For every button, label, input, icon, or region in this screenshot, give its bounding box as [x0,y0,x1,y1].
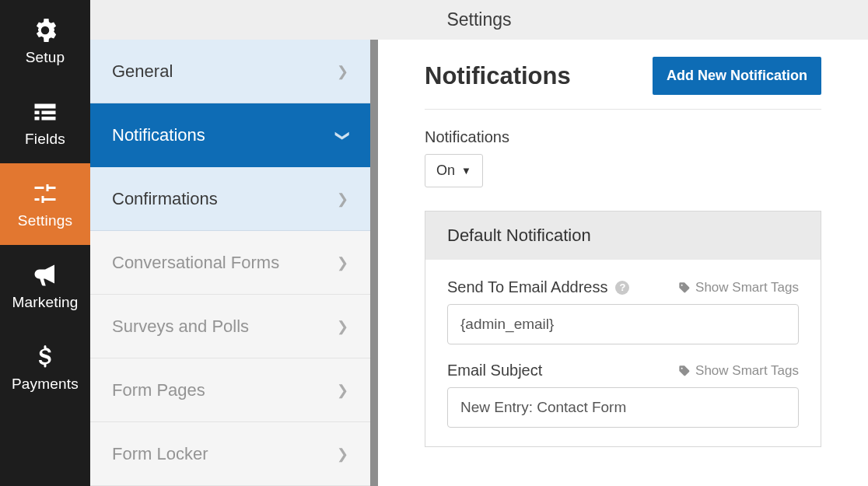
subnav-label: Conversational Forms [112,253,279,273]
main-column: Settings General ❯ Notifications ❯ Confi… [90,0,868,486]
chevron-down-icon: ▼ [461,165,471,177]
subnav-confirmations[interactable]: Confirmations ❯ [90,167,370,231]
subnav-label: General [112,61,173,82]
tag-icon [678,281,691,294]
card-body: Send To Email Address ? Show Smart Tags [425,260,821,446]
subnav-label: Surveys and Polls [112,316,249,337]
subnav-label: Form Pages [112,380,205,400]
chevron-right-icon: ❯ [337,382,348,399]
chevron-right-icon: ❯ [337,63,348,80]
subnav-label: Form Locker [112,444,208,464]
nav-setup[interactable]: Setup [0,0,90,82]
subnav-notifications[interactable]: Notifications ❯ [90,103,370,167]
subnav-form-pages[interactable]: Form Pages ❯ [90,358,370,422]
toggle-value: On [436,163,455,179]
subnav-label: Confirmations [112,189,218,209]
nav-label: Setup [26,49,65,66]
subject-row: Email Subject Show Smart Tags [447,362,799,428]
add-notification-button[interactable]: Add New Notification [653,57,821,95]
subject-input[interactable] [447,387,799,428]
primary-nav: Setup Fields Settings Marketing Payments [0,0,90,486]
subnav-label: Notifications [112,125,205,145]
card-title: Default Notification [425,212,821,260]
bullhorn-icon [31,261,59,289]
label-text: Send To Email Address [447,278,607,296]
nav-label: Fields [25,131,65,148]
page-title-bar: Settings [90,0,868,40]
send-to-label: Send To Email Address ? [447,278,629,296]
nav-label: Marketing [12,294,78,311]
help-icon[interactable]: ? [615,281,629,295]
nav-fields[interactable]: Fields [0,82,90,163]
chevron-right-icon: ❯ [337,191,348,208]
page-title: Settings [446,9,511,30]
subnav-form-locker[interactable]: Form Locker ❯ [90,422,370,486]
settings-panel: Notifications Add New Notification Notif… [370,40,868,486]
send-to-row: Send To Email Address ? Show Smart Tags [447,278,799,344]
subnav-general[interactable]: General ❯ [90,40,370,103]
subnav-conversational-forms[interactable]: Conversational Forms ❯ [90,231,370,295]
notifications-toggle-group: Notifications On ▼ [425,128,821,187]
settings-subnav: General ❯ Notifications ❯ Confirmations … [90,40,378,486]
subject-label: Email Subject [447,362,542,379]
tag-icon [678,365,691,377]
smart-tags-text: Show Smart Tags [695,363,799,379]
send-to-input[interactable] [447,304,799,344]
gear-icon [31,16,59,44]
panel-heading: Notifications [425,62,571,90]
toggle-label: Notifications [425,128,821,146]
dollar-icon [31,343,59,371]
smart-tags-text: Show Smart Tags [695,280,799,295]
nav-label: Payments [12,376,79,393]
chevron-right-icon: ❯ [337,446,348,463]
panel-header: Notifications Add New Notification [425,57,821,110]
notification-card: Default Notification Send To Email Addre… [425,211,821,447]
show-smart-tags-link[interactable]: Show Smart Tags [678,363,799,379]
chevron-down-icon: ❯ [334,130,352,142]
list-icon [31,98,59,126]
content-row: General ❯ Notifications ❯ Confirmations … [90,40,868,486]
subnav-surveys-polls[interactable]: Surveys and Polls ❯ [90,295,370,358]
chevron-right-icon: ❯ [337,318,348,335]
nav-settings[interactable]: Settings [0,163,90,245]
nav-payments[interactable]: Payments [0,327,90,408]
notifications-toggle-select[interactable]: On ▼ [425,154,483,187]
sliders-icon [31,180,59,208]
nav-marketing[interactable]: Marketing [0,245,90,327]
show-smart-tags-link[interactable]: Show Smart Tags [678,280,799,295]
chevron-right-icon: ❯ [337,254,348,271]
nav-label: Settings [18,212,72,229]
